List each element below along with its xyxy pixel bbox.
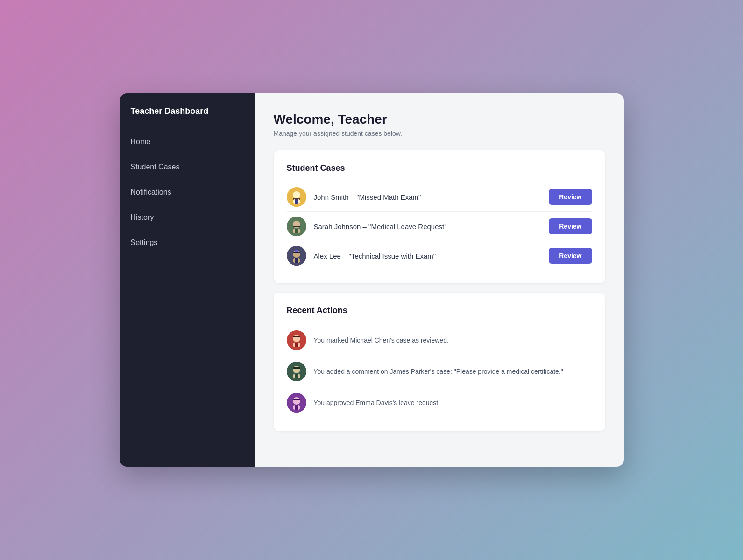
svg-rect-4 — [295, 199, 298, 204]
sidebar-title: Teacher Dashboard — [120, 93, 255, 129]
avatar — [287, 393, 306, 413]
avatar — [287, 362, 306, 381]
action-text: You added a comment on James Parker's ca… — [314, 367, 563, 377]
sidebar: Teacher Dashboard Home Student Cases Not… — [120, 93, 255, 467]
svg-rect-24 — [295, 374, 298, 378]
action-text: You marked Michael Chen's case as review… — [314, 336, 449, 345]
svg-point-22 — [293, 366, 300, 373]
student-cases-card: Student Cases John Smith – "Missed Math … — [274, 150, 605, 283]
svg-rect-9 — [293, 226, 300, 227]
sidebar-item-notifications[interactable]: Notifications — [120, 180, 255, 205]
welcome-subtitle: Manage your assigned student cases below… — [274, 130, 605, 137]
svg-point-27 — [293, 397, 300, 405]
review-button-1[interactable]: Review — [549, 189, 592, 205]
app-container: Teacher Dashboard Home Student Cases Not… — [120, 93, 624, 467]
review-button-2[interactable]: Review — [549, 218, 592, 234]
main-content: Welcome, Teacher Manage your assigned st… — [255, 93, 624, 467]
avatar — [287, 330, 306, 350]
sidebar-item-student-cases[interactable]: Student Cases — [120, 154, 255, 180]
svg-rect-20 — [293, 336, 300, 337]
sidebar-item-settings[interactable]: Settings — [120, 230, 255, 255]
sidebar-item-history[interactable]: History — [120, 205, 255, 230]
case-text: John Smith – "Missed Math Exam" — [314, 193, 549, 201]
table-row: Alex Lee – "Technical Issue with Exam" R… — [287, 241, 592, 270]
svg-rect-13 — [295, 258, 298, 263]
svg-rect-8 — [295, 229, 298, 233]
sidebar-item-home[interactable]: Home — [120, 129, 255, 154]
sidebar-nav: Home Student Cases Notifications History… — [120, 129, 255, 255]
avatar — [287, 246, 306, 266]
recent-actions-card: Recent Actions You marked Michael Chen's… — [274, 293, 605, 431]
list-item: You approved Emma Davis's leave request. — [287, 387, 592, 418]
list-item: You added a comment on James Parker's ca… — [287, 356, 592, 387]
svg-rect-19 — [295, 343, 298, 347]
svg-point-17 — [293, 335, 300, 342]
svg-rect-15 — [295, 250, 298, 252]
action-text: You approved Emma Davis's leave request. — [314, 398, 440, 408]
recent-actions-title: Recent Actions — [287, 306, 592, 315]
svg-rect-30 — [293, 399, 300, 400]
list-item: You marked Michael Chen's case as review… — [287, 325, 592, 356]
svg-rect-25 — [293, 367, 300, 369]
svg-rect-29 — [295, 405, 298, 410]
table-row: Sarah Johnson – "Medical Leave Request" … — [287, 212, 592, 241]
case-text: Alex Lee – "Technical Issue with Exam" — [314, 252, 549, 260]
review-button-3[interactable]: Review — [549, 248, 592, 264]
table-row: John Smith – "Missed Math Exam" Review — [287, 182, 592, 212]
avatar — [287, 217, 306, 236]
avatar — [287, 187, 306, 207]
case-text: Sarah Johnson – "Medical Leave Request" — [314, 223, 549, 231]
svg-point-1 — [293, 191, 300, 199]
welcome-title: Welcome, Teacher — [274, 112, 605, 127]
student-cases-title: Student Cases — [287, 163, 592, 173]
